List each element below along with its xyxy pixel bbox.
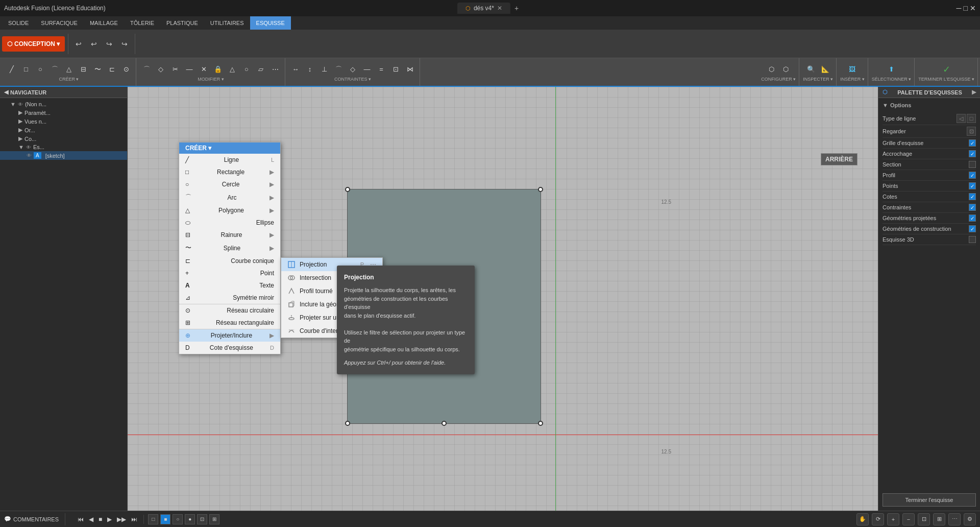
perp-btn[interactable]: ⊥ xyxy=(317,63,331,76)
inspecter-label[interactable]: INSPECTER ▾ xyxy=(803,77,833,82)
timeline-btn-5[interactable]: ⊡ xyxy=(197,514,207,524)
timeline-btn-3[interactable]: ○ xyxy=(173,514,183,524)
insert1-btn[interactable]: 🖼 xyxy=(846,63,859,76)
configurer-label[interactable]: CONFIGURER ▾ xyxy=(761,77,796,82)
restore-icon[interactable]: □ xyxy=(964,4,968,12)
contraintes-label[interactable]: CONTRAINTES ▾ xyxy=(334,77,371,82)
inspect2-btn[interactable]: 📐 xyxy=(819,63,832,76)
pan-btn[interactable]: ✋ xyxy=(856,513,869,525)
timeline-btn-2[interactable]: ■ xyxy=(160,514,170,524)
handle-bm[interactable] xyxy=(442,421,447,426)
redo-button[interactable]: ↪ xyxy=(102,37,116,51)
conic-btn[interactable]: ⊏ xyxy=(105,63,118,76)
nav-item-root[interactable]: ▼ 👁 (Non n... xyxy=(0,100,127,108)
conception-button[interactable]: ⬡ CONCEPTION ▾ xyxy=(2,36,65,52)
nav-item-params[interactable]: ▶ Paramèt... xyxy=(0,108,127,117)
trim-btn[interactable]: ✂ xyxy=(168,63,182,76)
nav-item-sketch-child[interactable]: 👁 A [sketch] xyxy=(0,151,127,160)
spline-btn[interactable]: 〜 xyxy=(91,63,104,76)
undo2-button[interactable]: ↩ xyxy=(87,37,101,51)
tab-solide[interactable]: SOLIDE xyxy=(2,16,35,30)
tang-btn[interactable]: ⌒ xyxy=(332,63,345,76)
modifier-label[interactable]: MODIFIER ▾ xyxy=(198,77,224,82)
config2-btn[interactable]: ⬡ xyxy=(779,63,792,76)
scale-btn[interactable]: △ xyxy=(226,63,239,76)
orbit-btn[interactable]: ⟳ xyxy=(872,513,884,525)
esquisse3d-checkbox[interactable] xyxy=(969,236,976,243)
tab-esquisse[interactable]: ESQUISSE xyxy=(250,16,291,30)
timeline-btn-4[interactable]: ● xyxy=(185,514,195,524)
grid-btn[interactable]: ⊞ xyxy=(933,513,945,525)
nav-item-sketch[interactable]: ▼ 👁 Es... xyxy=(0,143,127,151)
handle-bl[interactable] xyxy=(345,421,350,426)
menu-cote[interactable]: D Cote d'esquisse D xyxy=(179,342,280,354)
handle-tl[interactable] xyxy=(345,187,350,192)
tab-tolerie[interactable]: TÔLERIE xyxy=(124,16,160,30)
zoom-in-btn[interactable]: + xyxy=(887,513,899,525)
fix-btn[interactable]: ⋈ xyxy=(403,63,416,76)
tab-utilitaires[interactable]: UTILITAIRES xyxy=(204,16,250,30)
minimize-icon[interactable]: ─ xyxy=(957,4,962,12)
extend-btn[interactable]: — xyxy=(183,63,196,76)
canvas-area[interactable]: ARRIÈRE 12.5 12.5 CRÉER ▾ ╱ Ligne L □ Re… xyxy=(128,87,878,511)
prev-btn[interactable]: ◀ xyxy=(87,515,95,524)
handle-tr[interactable] xyxy=(538,187,543,192)
lock-btn[interactable]: 🔒 xyxy=(211,63,225,76)
tab-plastique[interactable]: PLASTIQUE xyxy=(160,16,204,30)
settings-btn[interactable]: ⚙ xyxy=(964,513,976,525)
selectionner-label[interactable]: SÉLECTIONNER ▾ xyxy=(872,77,912,82)
contraintes-checkbox[interactable]: ✓ xyxy=(969,204,976,211)
menu-point[interactable]: + Point xyxy=(179,267,280,279)
equal-btn[interactable]: = xyxy=(375,63,388,76)
menu-conic[interactable]: ⊏ Courbe conique xyxy=(179,255,280,267)
undo-button[interactable]: ↩ xyxy=(71,37,86,51)
next-btn[interactable]: ▶▶ xyxy=(115,515,128,524)
profil-checkbox[interactable]: ✓ xyxy=(969,172,976,179)
menu-ligne[interactable]: ╱ Ligne L xyxy=(179,154,280,166)
poly-btn[interactable]: △ xyxy=(62,63,76,76)
skip-start-btn[interactable]: ⏮ xyxy=(76,515,86,524)
select1-btn[interactable]: ⬆ xyxy=(885,63,898,76)
tab-maillage[interactable]: MAILLAGE xyxy=(84,16,124,30)
coinci-btn[interactable]: ◇ xyxy=(346,63,359,76)
menu-arc[interactable]: ⌒ Arc ▶ xyxy=(179,190,280,204)
menu-rainure[interactable]: ⊟ Rainure ▶ xyxy=(179,229,280,241)
menu-reseau-circ[interactable]: ⊙ Réseau circulaire xyxy=(179,304,280,317)
timeline-btn-1[interactable]: □ xyxy=(148,514,158,524)
accrochage-checkbox[interactable]: ✓ xyxy=(969,150,976,157)
tab-surfacique[interactable]: SURFACIQUE xyxy=(35,16,84,30)
fillet-btn[interactable]: ⌒ xyxy=(140,63,153,76)
terminer-label[interactable]: TERMINER L'ESQUISSE ▾ xyxy=(918,77,974,82)
menu-ellipse[interactable]: ⬭ Ellipse xyxy=(179,217,280,229)
fit-btn[interactable]: ⊡ xyxy=(918,513,930,525)
geom-const-checkbox[interactable]: ✓ xyxy=(969,225,976,232)
regarder-btn[interactable]: ⊡ xyxy=(967,127,976,136)
creer-label[interactable]: CRÉER ▾ xyxy=(59,77,79,82)
elipse-btn[interactable]: ⊙ xyxy=(119,63,133,76)
points-checkbox[interactable]: ✓ xyxy=(969,182,976,189)
zoom-out-btn[interactable]: − xyxy=(902,513,915,525)
inserer-label[interactable]: INSÉRER ▾ xyxy=(840,77,865,82)
menu-spline[interactable]: 〜 Spline ▶ xyxy=(179,241,280,255)
line-btn[interactable]: ╱ xyxy=(5,63,18,76)
terminer-icon[interactable]: ✓ xyxy=(940,63,953,76)
more-btn[interactable]: ⋯ xyxy=(268,63,282,76)
play-btn[interactable]: ▶ xyxy=(105,515,114,524)
mirror-btn[interactable]: ▱ xyxy=(254,63,267,76)
stop-btn[interactable]: ■ xyxy=(96,515,104,524)
grille-checkbox[interactable]: ✓ xyxy=(969,139,976,147)
menu-rectangle[interactable]: □ Rectangle ▶ xyxy=(179,166,280,178)
nav-item-views[interactable]: ▶ Vues n... xyxy=(0,117,127,126)
timeline-btn-6[interactable]: ⊞ xyxy=(209,514,219,524)
vert-btn[interactable]: ↕ xyxy=(303,63,316,76)
rect2-btn[interactable]: ⊟ xyxy=(77,63,90,76)
menu-projeter[interactable]: ⊕ Projeter/Inclure ▶ xyxy=(179,329,280,342)
file-tab[interactable]: ⬡ dés v4* ✕ xyxy=(457,3,510,14)
horiz-btn[interactable]: ↔ xyxy=(289,63,302,76)
menu-cercle[interactable]: ○ Cercle ▶ xyxy=(179,178,280,190)
ligne-icon-1[interactable]: ◁ xyxy=(957,114,966,123)
nav-expand-icon[interactable]: ◀ xyxy=(4,89,8,95)
terminer-esquisse-button[interactable]: Terminer l'esquisse xyxy=(883,493,976,507)
cotes-checkbox[interactable]: ✓ xyxy=(969,193,976,200)
geom-proj-checkbox[interactable]: ✓ xyxy=(969,214,976,222)
